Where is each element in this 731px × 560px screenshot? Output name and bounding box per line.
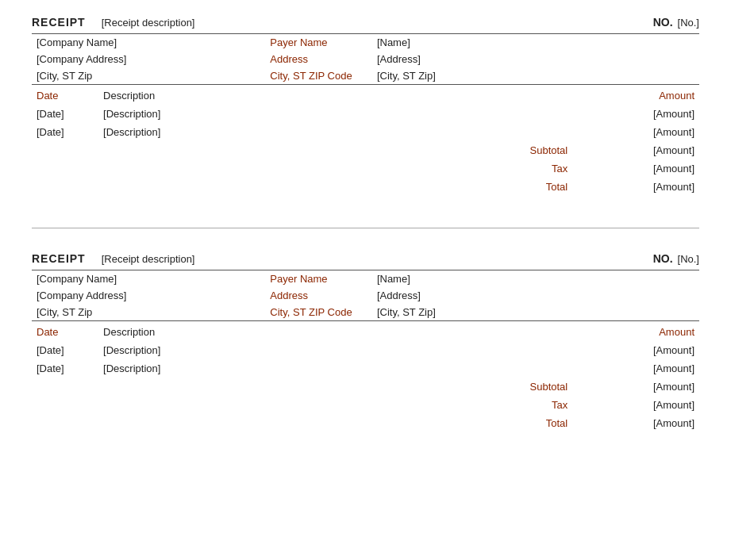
company-address-1: [Company Address] xyxy=(32,287,265,304)
item-amount-1-0: [Amount] xyxy=(572,123,699,141)
item-amount-0-0: [Amount] xyxy=(572,105,699,123)
payer-name-value-0: [Name] xyxy=(372,34,572,52)
receipt-info-table-1: [Company Name] Payer Name [Name] [Compan… xyxy=(32,270,699,321)
info-row-1-1: [Company Name] Payer Name [Name] xyxy=(32,270,699,288)
payer-name-label-1: Payer Name xyxy=(265,270,372,288)
receipts-container: RECEIPT [Receipt description] NO. [No.] … xyxy=(32,16,699,432)
receipt-info-table-0: [Company Name] Payer Name [Name] [Compan… xyxy=(32,33,699,85)
tax-value-0: [Amount] xyxy=(572,159,699,178)
tax-label-1: Tax xyxy=(32,396,572,414)
payer-city-value-1: [City, ST Zip] xyxy=(372,304,572,321)
payer-city-label-0: City, ST ZIP Code xyxy=(265,67,372,85)
empty-cell-2-1 xyxy=(572,287,699,304)
info-row-3-0: [City, ST Zip City, ST ZIP Code [City, S… xyxy=(32,67,699,85)
item-description-1-0: [Description] xyxy=(98,123,572,141)
info-row-1-0: [Company Name] Payer Name [Name] xyxy=(32,34,699,52)
receipt-title-0: RECEIPT xyxy=(32,16,86,29)
item-date-0-1: [Date] xyxy=(32,341,98,359)
payer-city-label-1: City, ST ZIP Code xyxy=(265,304,372,321)
description-col-header-1: Description xyxy=(98,321,572,341)
payer-address-label-1: Address xyxy=(265,287,372,304)
empty-cell-1-1 xyxy=(572,270,699,288)
subtotal-label-1: Subtotal xyxy=(32,378,572,396)
tax-row-1: Tax [Amount] xyxy=(32,396,699,414)
receipt-items-table-1: Date Description Amount [Date] [Descript… xyxy=(32,321,699,432)
receipt-block-0: RECEIPT [Receipt description] NO. [No.] … xyxy=(32,16,699,196)
date-col-header-1: Date xyxy=(32,321,98,341)
subtotal-value-0: [Amount] xyxy=(572,141,699,159)
receipt-description-0: [Receipt description] xyxy=(102,17,195,29)
receipt-no-value-1: [No.] xyxy=(678,253,699,265)
info-row-2-1: [Company Address] Address [Address] xyxy=(32,287,699,304)
company-city-1: [City, ST Zip xyxy=(32,304,265,321)
subtotal-label-0: Subtotal xyxy=(32,141,572,159)
subtotal-row-1: Subtotal [Amount] xyxy=(32,378,699,396)
company-city-0: [City, ST Zip xyxy=(32,67,265,85)
total-value-0: [Amount] xyxy=(572,178,699,196)
total-value-1: [Amount] xyxy=(572,414,699,432)
receipt-title-1: RECEIPT xyxy=(32,252,86,265)
item-date-1-1: [Date] xyxy=(32,359,98,378)
company-address-0: [Company Address] xyxy=(32,51,265,67)
payer-address-label-0: Address xyxy=(265,51,372,67)
receipt-no-section-1: NO. [No.] xyxy=(653,252,699,265)
item-description-1-1: [Description] xyxy=(98,359,572,378)
date-col-header-0: Date xyxy=(32,85,98,105)
total-label-1: Total xyxy=(32,414,572,432)
item-row-1-1: [Date] [Description] [Amount] xyxy=(32,359,699,378)
payer-name-label-0: Payer Name xyxy=(265,34,372,52)
receipt-header-0: RECEIPT [Receipt description] NO. [No.] xyxy=(32,16,699,33)
payer-address-value-1: [Address] xyxy=(372,287,572,304)
empty-cell-2-0 xyxy=(572,51,699,67)
payer-city-value-0: [City, ST Zip] xyxy=(372,67,572,85)
total-row-0: Total [Amount] xyxy=(32,178,699,196)
empty-cell-1-0 xyxy=(572,34,699,52)
tax-row-0: Tax [Amount] xyxy=(32,159,699,178)
item-row-0-1: [Date] [Description] [Amount] xyxy=(32,341,699,359)
receipt-description-1: [Receipt description] xyxy=(102,253,195,265)
amount-col-header-0: Amount xyxy=(572,85,699,105)
item-date-1-0: [Date] xyxy=(32,123,98,141)
payer-address-value-0: [Address] xyxy=(372,51,572,67)
receipt-no-value-0: [No.] xyxy=(678,17,699,29)
info-row-2-0: [Company Address] Address [Address] xyxy=(32,51,699,67)
item-description-0-1: [Description] xyxy=(98,341,572,359)
empty-cell-3-0 xyxy=(572,67,699,85)
receipt-no-section-0: NO. [No.] xyxy=(653,16,699,29)
info-row-3-1: [City, ST Zip City, ST ZIP Code [City, S… xyxy=(32,304,699,321)
item-amount-1-1: [Amount] xyxy=(572,359,699,378)
company-name-1: [Company Name] xyxy=(32,270,265,288)
payer-name-value-1: [Name] xyxy=(372,270,572,288)
item-amount-0-1: [Amount] xyxy=(572,341,699,359)
description-col-header-0: Description xyxy=(98,85,572,105)
item-description-0-0: [Description] xyxy=(98,105,572,123)
tax-label-0: Tax xyxy=(32,159,572,178)
item-date-0-0: [Date] xyxy=(32,105,98,123)
tax-value-1: [Amount] xyxy=(572,396,699,414)
receipt-no-label-0: NO. xyxy=(653,16,673,29)
empty-cell-3-1 xyxy=(572,304,699,321)
separator-0 xyxy=(32,228,699,228)
company-name-0: [Company Name] xyxy=(32,34,265,52)
subtotal-row-0: Subtotal [Amount] xyxy=(32,141,699,159)
items-header-0: Date Description Amount xyxy=(32,85,699,105)
total-row-1: Total [Amount] xyxy=(32,414,699,432)
receipt-no-label-1: NO. xyxy=(653,252,673,265)
receipt-header-1: RECEIPT [Receipt description] NO. [No.] xyxy=(32,252,699,270)
items-header-1: Date Description Amount xyxy=(32,321,699,341)
item-row-1-0: [Date] [Description] [Amount] xyxy=(32,123,699,141)
receipt-items-table-0: Date Description Amount [Date] [Descript… xyxy=(32,85,699,196)
receipt-block-1: RECEIPT [Receipt description] NO. [No.] … xyxy=(32,252,699,432)
total-label-0: Total xyxy=(32,178,572,196)
amount-col-header-1: Amount xyxy=(572,321,699,341)
subtotal-value-1: [Amount] xyxy=(572,378,699,396)
item-row-0-0: [Date] [Description] [Amount] xyxy=(32,105,699,123)
